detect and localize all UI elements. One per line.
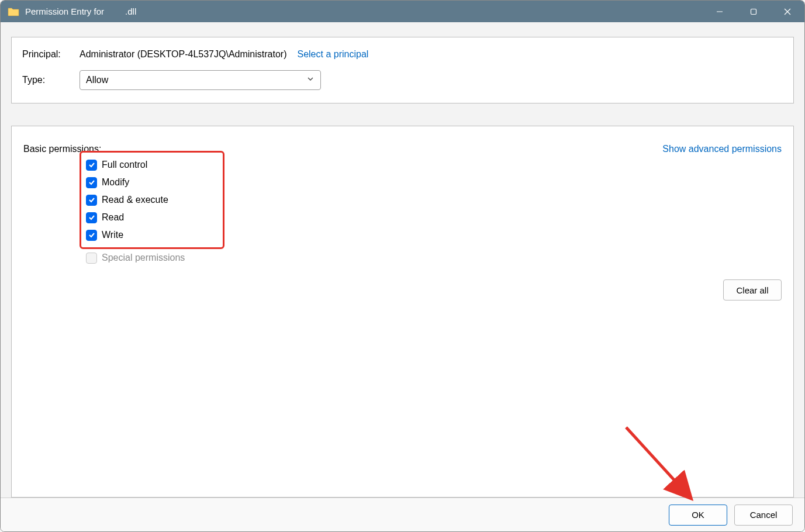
principal-panel: Principal: Administrator (DESKTOP-4L537J… <box>11 37 794 103</box>
titlebar: Permission Entry for .dll <box>1 1 804 22</box>
cancel-button[interactable]: Cancel <box>734 505 793 526</box>
show-advanced-permissions-link[interactable]: Show advanced permissions <box>662 144 782 154</box>
perm-label: Full control <box>102 160 147 170</box>
dialog-footer: OK Cancel <box>1 498 804 531</box>
perm-full-control[interactable]: Full control <box>86 156 218 174</box>
checkbox-icon <box>86 177 97 188</box>
close-button[interactable] <box>771 1 804 22</box>
dialog-content: Principal: Administrator (DESKTOP-4L537J… <box>1 22 804 498</box>
checkbox-icon <box>86 195 97 206</box>
perm-label: Modify <box>102 177 129 188</box>
type-combobox[interactable]: Allow <box>80 70 321 90</box>
type-label: Type: <box>22 75 80 85</box>
checkbox-icon <box>86 160 97 171</box>
chevron-down-icon <box>306 75 315 85</box>
ok-button[interactable]: OK <box>669 505 727 526</box>
perm-modify[interactable]: Modify <box>86 174 218 191</box>
type-combobox-value: Allow <box>86 75 108 85</box>
checkbox-icon <box>86 212 97 223</box>
perm-read-execute[interactable]: Read & execute <box>86 191 218 209</box>
principal-label: Principal: <box>22 49 80 60</box>
perm-special: Special permissions <box>80 249 224 267</box>
clear-all-button[interactable]: Clear all <box>723 279 782 300</box>
window-title-prefix: Permission Entry for <box>25 6 104 16</box>
svg-rect-1 <box>751 9 756 14</box>
permissions-panel: Basic permissions: Show advanced permiss… <box>11 126 794 498</box>
perm-label: Write <box>102 230 123 240</box>
perm-label: Special permissions <box>102 253 185 263</box>
window-controls <box>703 1 804 22</box>
svg-line-4 <box>626 427 687 495</box>
select-principal-link[interactable]: Select a principal <box>297 49 368 60</box>
perm-read[interactable]: Read <box>86 209 218 226</box>
checkbox-icon <box>86 230 97 241</box>
checkbox-icon <box>86 253 97 264</box>
maximize-button[interactable] <box>737 1 771 22</box>
folder-icon <box>8 7 19 16</box>
perm-label: Read & execute <box>102 195 168 205</box>
perm-label: Read <box>102 212 124 223</box>
principal-value: Administrator (DESKTOP-4L537JQ\Administr… <box>80 49 286 60</box>
minimize-button[interactable] <box>703 1 737 22</box>
perm-write[interactable]: Write <box>86 226 218 244</box>
window-title-filename: .dll <box>125 6 136 16</box>
highlight-annotation-box: Full control Modify Read & execute Read <box>80 151 224 249</box>
